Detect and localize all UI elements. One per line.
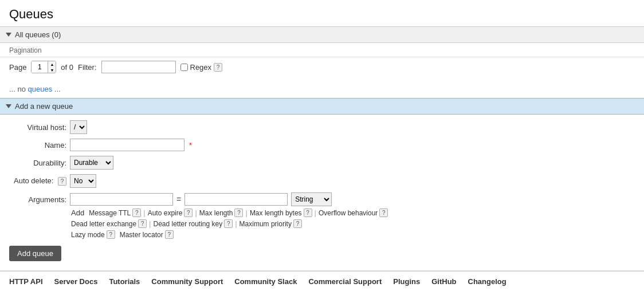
- max-length-bytes-link[interactable]: Max length bytes ?: [250, 208, 312, 217]
- of-label: of 0: [61, 63, 73, 72]
- message-ttl-link[interactable]: Message TTL ?: [89, 208, 141, 217]
- arguments-label: Arguments:: [9, 195, 66, 204]
- durability-select[interactable]: Durable Transient: [70, 156, 113, 170]
- auto-delete-select[interactable]: No Yes: [70, 174, 96, 188]
- name-input[interactable]: [70, 139, 184, 151]
- footer-community-slack-link[interactable]: Community Slack: [234, 277, 297, 286]
- argument-key-input[interactable]: [70, 193, 173, 206]
- all-queues-label: All queues (0): [15, 30, 61, 39]
- footer-commercial-support-link[interactable]: Commercial Support: [308, 277, 382, 286]
- dead-letter-routing-key-link[interactable]: Dead letter routing key ?: [153, 219, 233, 228]
- regex-help-button[interactable]: ?: [214, 63, 222, 72]
- pagination-row: Page ▲ ▼ of 0 Filter: Regex ?: [0, 57, 644, 80]
- page-down-button[interactable]: ▼: [48, 67, 56, 73]
- footer-plugins-link[interactable]: Plugins: [393, 277, 420, 286]
- footer-community-support-link[interactable]: Community Support: [151, 277, 223, 286]
- durability-label: Durability:: [9, 159, 66, 167]
- footer-tutorials-link[interactable]: Tutorials: [109, 277, 140, 286]
- page-input[interactable]: [32, 61, 48, 73]
- all-queues-section-header: All queues (0): [0, 26, 644, 43]
- add-queue-label: Add a new queue: [15, 102, 73, 111]
- no-queues-message: ... no queues ...: [0, 80, 644, 98]
- dead-letter-exchange-link[interactable]: Dead letter exchange ?: [71, 219, 147, 228]
- lazy-mode-link[interactable]: Lazy mode ?: [71, 230, 115, 239]
- footer-changelog-link[interactable]: Changelog: [468, 277, 506, 286]
- auto-delete-row: Auto delete: ? No Yes: [9, 174, 635, 188]
- virtual-host-select[interactable]: /: [70, 120, 87, 134]
- durability-row: Durability: Durable Transient: [9, 156, 635, 170]
- queues-link[interactable]: queues: [28, 85, 53, 93]
- auto-expire-help[interactable]: ?: [184, 208, 193, 217]
- add-row-2: Dead letter exchange ? | Dead letter rou…: [9, 219, 635, 228]
- auto-delete-label: Auto delete: ?: [9, 176, 66, 186]
- filter-label: Filter:: [78, 63, 97, 72]
- auto-delete-help-button[interactable]: ?: [58, 177, 66, 186]
- maximum-priority-link[interactable]: Maximum priority ?: [239, 219, 302, 228]
- footer: HTTP API Server Docs Tutorials Community…: [0, 271, 644, 292]
- master-locator-help[interactable]: ?: [165, 230, 174, 239]
- pagination-section: Pagination: [0, 43, 644, 57]
- name-label: Name:: [9, 141, 66, 150]
- dead-letter-exchange-help[interactable]: ?: [138, 219, 147, 228]
- required-star: *: [189, 141, 192, 150]
- page-label: Page: [9, 63, 26, 72]
- footer-http-api-link[interactable]: HTTP API: [9, 277, 43, 286]
- regex-label: Regex ?: [180, 63, 223, 72]
- equals-sign: =: [176, 195, 181, 204]
- footer-server-docs-link[interactable]: Server Docs: [54, 277, 98, 286]
- virtual-host-label: Virtual host:: [9, 123, 66, 132]
- virtual-host-row: Virtual host: /: [9, 120, 635, 134]
- argument-value-input[interactable]: [184, 193, 288, 206]
- max-length-help[interactable]: ?: [234, 208, 243, 217]
- master-locator-link[interactable]: Master locator ?: [120, 230, 174, 239]
- add-queue-section-header: Add a new queue: [0, 98, 644, 115]
- add-label: Add: [71, 208, 84, 217]
- regex-checkbox[interactable]: [180, 64, 188, 71]
- page-up-button[interactable]: ▲: [48, 61, 56, 67]
- max-length-bytes-help[interactable]: ?: [304, 208, 312, 217]
- collapse-icon[interactable]: [6, 33, 11, 37]
- add-row-1: Add Message TTL ? | Auto expire ? | Max …: [9, 208, 635, 217]
- lazy-mode-help[interactable]: ?: [107, 230, 115, 239]
- overflow-behaviour-help[interactable]: ?: [379, 208, 388, 217]
- maximum-priority-help[interactable]: ?: [293, 219, 302, 228]
- add-queue-form: Virtual host: / Name: * Durability: Dura…: [0, 115, 644, 270]
- add-row-3: Lazy mode ? Master locator ?: [9, 230, 635, 239]
- add-queue-button[interactable]: Add queue: [9, 246, 61, 261]
- footer-github-link[interactable]: GitHub: [431, 277, 456, 286]
- regex-text: Regex: [190, 63, 212, 72]
- arguments-row: Arguments: = String Number Boolean: [9, 192, 635, 206]
- pagination-label: Pagination: [9, 46, 42, 54]
- max-length-link[interactable]: Max length ?: [199, 208, 244, 217]
- argument-type-select[interactable]: String Number Boolean: [291, 192, 332, 206]
- page-title: Queues: [0, 0, 644, 26]
- dead-letter-routing-key-help[interactable]: ?: [224, 219, 233, 228]
- auto-expire-link[interactable]: Auto expire ?: [148, 208, 193, 217]
- filter-input[interactable]: [101, 61, 176, 73]
- stepper-arrows: ▲ ▼: [48, 61, 56, 73]
- add-queue-collapse-icon[interactable]: [6, 104, 11, 108]
- name-row: Name: *: [9, 139, 635, 151]
- overflow-behaviour-link[interactable]: Overflow behaviour ?: [319, 208, 388, 217]
- page-stepper[interactable]: ▲ ▼: [31, 61, 56, 73]
- message-ttl-help[interactable]: ?: [132, 208, 141, 217]
